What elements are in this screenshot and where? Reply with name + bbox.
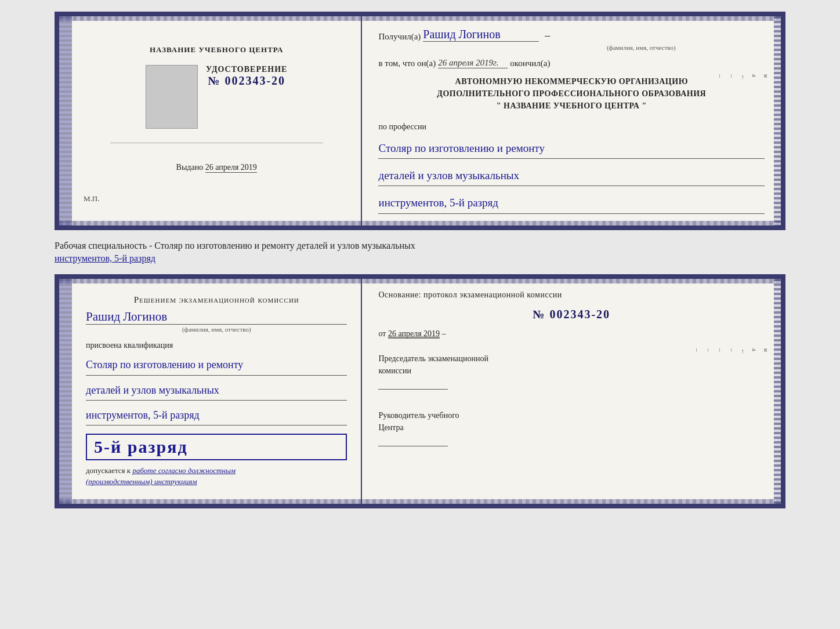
- predsedatel-signature: [378, 380, 448, 390]
- osnovanie-label: Основание: протокол экзаменационной коми…: [378, 290, 765, 300]
- profession-top-line2: деталей и узлов музыкальных: [378, 166, 765, 186]
- predsedatel-block: Председатель экзаменационной комиссии: [378, 352, 765, 393]
- bottom-fio-label: (фамилия, имя, отчество): [86, 326, 347, 333]
- udost-title: УДОСТОВЕРЕНИЕ: [206, 65, 287, 74]
- poluchil-block: Получил(a) Рашид Логинов – (фамилия, имя…: [378, 28, 765, 51]
- ot-dash: –: [442, 329, 446, 338]
- rukovoditel-line2: Центра: [378, 421, 765, 434]
- top-document: НАЗВАНИЕ УЧЕБНОГО ЦЕНТРА УДОСТОВЕРЕНИЕ №…: [55, 12, 785, 230]
- poluchil-line: Получил(a) Рашид Логинов –: [378, 28, 765, 42]
- poluchil-label: Получил(a): [378, 32, 421, 42]
- profession-top-line1: Столяр по изготовлению и ремонту: [378, 139, 765, 159]
- rank-text: 5-й разряд: [94, 437, 188, 456]
- org-line1: АВТОНОМНУЮ НЕКОММЕРЧЕСКУЮ ОРГАНИЗАЦИЮ: [378, 75, 765, 88]
- side-letters: иа←––: [714, 74, 772, 81]
- org-block: АВТОНОМНУЮ НЕКОММЕРЧЕСКУЮ ОРГАНИЗАЦИЮ ДО…: [378, 75, 765, 112]
- dopusk-prefix: допускается к: [86, 466, 131, 475]
- profession-bottom-line3: инструментов, 5-й разряд: [86, 405, 347, 426]
- middle-text-block: Рабочая специальность - Столяр по изгото…: [55, 239, 785, 266]
- ot-date-block: от 26 апреля 2019 –: [378, 329, 765, 339]
- vtom-date: 26 апреля 2019г.: [438, 58, 508, 68]
- profession-bottom-line2: деталей и узлов музыкальных: [86, 380, 347, 401]
- poluchil-name: Рашид Логинов: [423, 28, 539, 42]
- dopusk-block: допускается к работе согласно должностны…: [86, 465, 347, 488]
- vydano-line: Выдано 26 апреля 2019: [176, 163, 257, 172]
- vtom-label: в том, что он(а): [378, 59, 436, 68]
- ot-date-value: 26 апреля 2019: [388, 329, 440, 339]
- prisvoena-label: присвоена квалификация: [86, 341, 347, 350]
- top-doc-right: Получил(a) Рашид Логинов – (фамилия, имя…: [362, 16, 781, 226]
- middle-text-line2: инструментов, 5-й разряд: [55, 253, 155, 263]
- side-letters-bottom: иа←––––: [691, 348, 772, 355]
- po-professii: по профессии: [378, 122, 765, 132]
- rukovoditel-block: Руководитель учебного Центра: [378, 409, 765, 450]
- rukovoditel-line1: Руководитель учебного: [378, 409, 765, 421]
- vtom-line: в том, что он(а) 26 апреля 2019г. окончи…: [378, 58, 765, 68]
- profession-bottom-line1: Столяр по изготовлению и ремонту: [86, 355, 347, 375]
- center-name-top: НАЗВАНИЕ УЧЕБНОГО ЦЕНТРА: [150, 45, 284, 54]
- vydano-label: Выдано: [176, 163, 204, 172]
- protocol-number-bottom: № 002343-20: [378, 308, 765, 321]
- okonchil-label: окончил(а): [510, 59, 550, 68]
- bottom-person-name: Рашид Логинов: [86, 310, 347, 325]
- rukovoditel-signature: [378, 437, 448, 446]
- mp-text: М.П.: [84, 194, 99, 203]
- bottom-doc-right: Основание: протокол экзаменационной коми…: [362, 279, 781, 504]
- bottom-doc-left: Решением экзаменационной комиссии Рашид …: [59, 279, 362, 504]
- rank-box: 5-й разряд: [86, 434, 347, 460]
- bottom-document: Решением экзаменационной комиссии Рашид …: [55, 274, 785, 508]
- photo-placeholder: [146, 65, 198, 129]
- ot-label: от: [378, 329, 386, 338]
- middle-text-line1: Рабочая специальность - Столяр по изгото…: [55, 241, 415, 250]
- org-line2: ДОПОЛНИТЕЛЬНОГО ПРОФЕССИОНАЛЬНОГО ОБРАЗО…: [378, 88, 765, 100]
- udost-block: УДОСТОВЕРЕНИЕ № 002343-20: [206, 65, 287, 88]
- udost-number: № 002343-20: [206, 74, 287, 88]
- dopusk-text: работе согласно должностным: [132, 466, 236, 475]
- vydano-date: 26 апреля 2019: [205, 163, 257, 173]
- top-doc-left: НАЗВАНИЕ УЧЕБНОГО ЦЕНТРА УДОСТОВЕРЕНИЕ №…: [59, 16, 362, 226]
- org-line3: " НАЗВАНИЕ УЧЕБНОГО ЦЕНТРА ": [378, 100, 765, 112]
- profession-top-line3: инструментов, 5-й разряд: [378, 193, 765, 213]
- predsedatel-line2: комиссии: [378, 365, 765, 377]
- resheniem-title: Решением экзаменационной комиссии: [86, 295, 347, 305]
- dopusk-text2: (производственным) инструкциям: [86, 477, 197, 486]
